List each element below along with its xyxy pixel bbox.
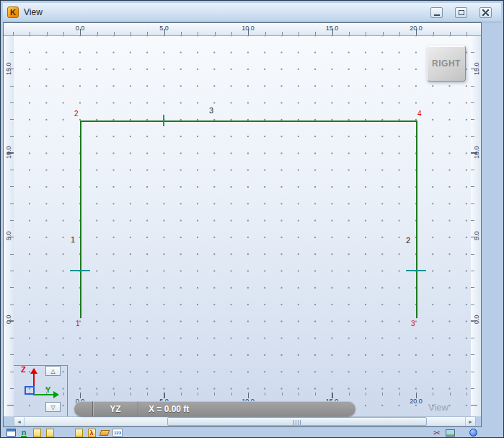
window-view-button[interactable] xyxy=(5,428,17,437)
window-icon xyxy=(6,429,16,437)
font-tool-button[interactable]: n xyxy=(18,428,30,437)
drawing-canvas[interactable]: 1 2 3 4 1 2 3 RIGHT 0.0 5.0 10.0 15.0 20… xyxy=(14,36,471,416)
minimize-button[interactable] xyxy=(430,7,443,18)
status-coordinate-label: X = 0.00 ft xyxy=(149,404,189,414)
scroll-right-icon: ► xyxy=(468,419,473,424)
member-line-3[interactable] xyxy=(80,121,417,122)
axis-y-label: Y xyxy=(45,385,50,394)
ruler-left-label: 15.0 xyxy=(4,56,13,82)
member-label-1[interactable]: 1 xyxy=(71,235,75,244)
scroll-thumb[interactable] xyxy=(167,417,427,426)
member-midpoint-tick xyxy=(70,270,90,271)
view-client-area: 0.0 5.0 10.0 15.0 20.0 15.0 10.0 5.0 0.0… xyxy=(3,22,482,427)
close-icon xyxy=(482,9,489,16)
globe-tool-button[interactable] xyxy=(467,428,479,437)
image-tool-button[interactable] xyxy=(444,428,456,437)
node-label-1[interactable]: 1 xyxy=(76,320,80,328)
ruler-right: 15.0 10.0 5.0 0.0 xyxy=(471,36,481,416)
yellow-page-icon xyxy=(33,429,41,437)
maximize-icon xyxy=(459,10,464,15)
image-icon xyxy=(446,429,455,437)
axis-panel-border-right xyxy=(67,365,68,416)
window-controls xyxy=(430,7,492,18)
function-tool-button[interactable]: λ xyxy=(86,428,97,437)
doc-tool-button[interactable] xyxy=(73,428,84,437)
scroll-left-button[interactable]: ◄ xyxy=(14,417,25,426)
lambda-icon: λ xyxy=(88,429,96,437)
axis-plane-indicator xyxy=(25,386,35,395)
axis-down-button[interactable]: ▽ xyxy=(45,402,61,412)
member-midpoint-tick xyxy=(163,115,164,126)
yellow-page-icon xyxy=(75,429,83,437)
sheet-button-2[interactable] xyxy=(44,428,56,437)
sheet-button-1[interactable] xyxy=(31,428,43,437)
app-icon[interactable]: K xyxy=(7,6,19,18)
numbers-icon: 123 xyxy=(112,429,123,437)
ruler-top-label: 20.0 xyxy=(403,25,429,32)
ruler-right-label: 5.0 xyxy=(472,223,481,249)
scroll-left-icon: ◄ xyxy=(17,419,22,424)
bottom-toolbar: n λ 123 ✂ xyxy=(3,427,503,438)
member-label-3[interactable]: 3 xyxy=(209,106,213,115)
ruler-top-label: 5.0 xyxy=(151,25,177,32)
ruler-right-label: 0.0 xyxy=(472,307,481,333)
ruler-right-label: 15.0 xyxy=(472,56,481,82)
up-triangle-icon: △ xyxy=(50,368,55,375)
eraser-tool-button[interactable] xyxy=(99,428,110,437)
axis-y-arrow xyxy=(34,394,53,395)
maximize-button[interactable] xyxy=(455,7,467,18)
axis-z-arrowhead-icon xyxy=(30,368,37,374)
ruler-top-label: 10.0 xyxy=(235,25,261,32)
ruler-right-label: 10.0 xyxy=(472,139,481,165)
globe-icon xyxy=(469,429,477,437)
horizontal-scrollbar[interactable]: ◄ ► xyxy=(14,416,476,426)
ruler-top-label: 15.0 xyxy=(319,25,345,32)
ruler-left-label: 5.0 xyxy=(4,223,13,249)
view-window: K View 0.0 5.0 10.0 15.0 20.0 15.0 10. xyxy=(0,0,504,438)
member-midpoint-tick xyxy=(406,270,426,271)
ruler-left-label: 10.0 xyxy=(4,139,13,165)
member-line-1[interactable] xyxy=(80,121,81,318)
node-label-4[interactable]: 4 xyxy=(417,110,422,118)
member-label-2[interactable]: 2 xyxy=(406,236,410,245)
node-label-2[interactable]: 2 xyxy=(74,110,79,118)
minimize-icon xyxy=(434,14,440,16)
ruler-left: 15.0 10.0 5.0 0.0 xyxy=(4,36,14,416)
axis-y-arrowhead-icon xyxy=(53,391,59,398)
yellow-page-icon xyxy=(46,429,54,437)
scroll-grip-icon xyxy=(293,420,301,425)
status-divider xyxy=(138,401,138,416)
ruler-top: 0.0 5.0 10.0 15.0 20.0 xyxy=(4,23,481,36)
status-overlay: YZ X = 0.00 ft xyxy=(74,401,355,416)
scroll-right-button[interactable]: ► xyxy=(465,417,475,426)
window-title: View xyxy=(24,7,43,17)
ruler-left-label: 0.0 xyxy=(4,307,13,333)
axis-up-button[interactable]: △ xyxy=(45,366,61,376)
ruler-top-label: 0.0 xyxy=(67,25,93,32)
close-button[interactable] xyxy=(479,7,492,18)
titlebar[interactable]: K View xyxy=(3,3,501,22)
cut-tool-button[interactable]: ✂ xyxy=(431,428,443,437)
ruler-bottom-label: 20.0 xyxy=(403,398,429,405)
status-plane-label: YZ xyxy=(93,404,138,414)
letter-n-icon: n xyxy=(21,429,27,437)
view-watermark: View xyxy=(428,402,448,413)
member-line-2[interactable] xyxy=(416,121,417,318)
axis-z-label: Z xyxy=(21,365,26,374)
view-orientation-button[interactable]: RIGHT xyxy=(427,45,466,82)
scissors-icon: ✂ xyxy=(433,428,441,438)
eraser-icon xyxy=(100,430,110,436)
numbering-tool-button[interactable]: 123 xyxy=(112,428,123,437)
node-label-3[interactable]: 3 xyxy=(411,320,415,328)
down-triangle-icon: ▽ xyxy=(50,404,55,411)
